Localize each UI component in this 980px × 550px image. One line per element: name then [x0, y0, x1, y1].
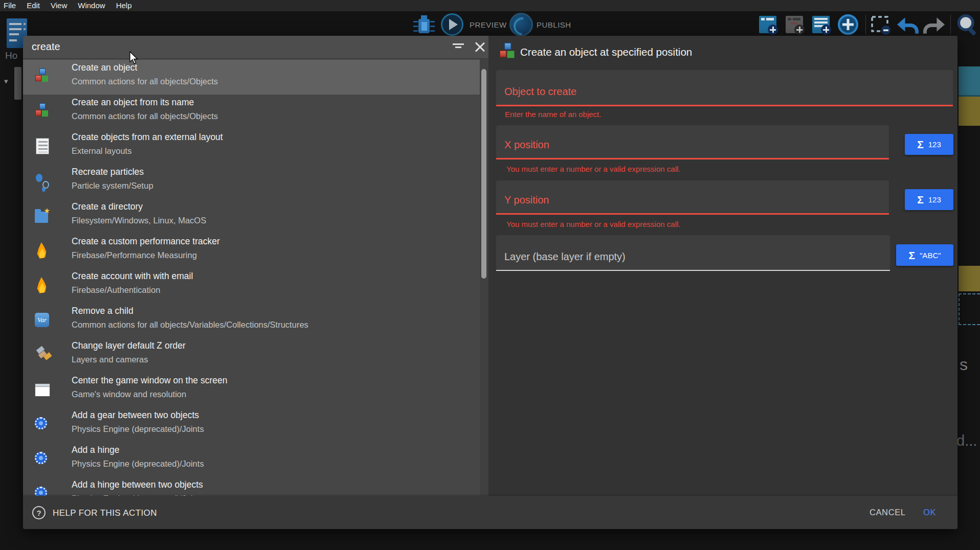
- debug-icon[interactable]: [413, 14, 435, 36]
- background-object-thumbnail: [959, 97, 980, 126]
- window-icon: [35, 383, 50, 397]
- action-title: Add a hinge between two objects: [72, 478, 204, 491]
- expression-type-label: 123: [928, 140, 941, 149]
- action-subtitle: External layouts: [72, 145, 223, 157]
- search-bar[interactable]: create: [23, 36, 488, 59]
- expression-builder-button[interactable]: Σ 123: [905, 134, 953, 155]
- cubes-icon: [35, 103, 50, 120]
- list-item[interactable]: Add a hinge between two objectsPhysics E…: [23, 477, 488, 496]
- list-scrollbar[interactable]: [480, 59, 488, 496]
- field-error-text: Enter the name of an object.: [505, 110, 601, 119]
- field-label: X position: [504, 139, 549, 151]
- action-editor-title: Create an object at specified position: [520, 46, 692, 58]
- menu-item-window[interactable]: Window: [78, 0, 105, 11]
- help-icon[interactable]: ?: [32, 506, 46, 519]
- background-clipped-text: d...: [956, 432, 977, 449]
- action-subtitle: Layers and cameras: [72, 353, 186, 365]
- action-subtitle: Filesystem/Windows, Linux, MacOS: [72, 214, 206, 226]
- list-item[interactable]: Create a directoryFilesystem/Windows, Li…: [23, 199, 488, 234]
- layer-field[interactable]: Layer (base layer if empty): [496, 235, 890, 271]
- publish-globe-icon[interactable]: [509, 13, 533, 36]
- add-subevent-icon[interactable]: [812, 16, 830, 33]
- list-item[interactable]: Create an objectCommon actions for all o…: [23, 60, 488, 95]
- add-comment-icon[interactable]: [786, 16, 803, 33]
- chevron-down-icon[interactable]: ▾: [4, 77, 8, 86]
- action-title: Remove a child: [72, 305, 308, 317]
- menu-item-view[interactable]: View: [51, 0, 67, 11]
- plus-badge-icon: [794, 25, 805, 35]
- close-icon[interactable]: [473, 40, 486, 54]
- expression-type-label: 123: [928, 195, 941, 204]
- undo-icon[interactable]: [895, 15, 919, 36]
- list-item[interactable]: Change layer default Z orderLayers and c…: [23, 338, 488, 373]
- expression-type-label: "ABC": [920, 251, 941, 260]
- action-title: Create an object: [72, 61, 218, 74]
- menu-bar: FileEditViewWindowHelp: [0, 0, 980, 11]
- action-list: Create an objectCommon actions for all o…: [23, 59, 488, 496]
- menu-item-help[interactable]: Help: [116, 0, 132, 11]
- search-icon[interactable]: [955, 13, 978, 37]
- sigma-icon: Σ: [917, 194, 924, 205]
- expression-builder-button[interactable]: Σ 123: [905, 189, 953, 210]
- list-item[interactable]: Add a gear between two objectsPhysics En…: [23, 407, 488, 442]
- preview-play-icon[interactable]: [441, 13, 463, 36]
- add-event-icon[interactable]: [759, 16, 776, 33]
- list-item[interactable]: VarRemove a childCommon actions for all …: [23, 303, 488, 338]
- plus-badge-icon: [821, 25, 831, 35]
- action-title: Add a hinge: [72, 444, 204, 456]
- list-item[interactable]: Create a custom performance trackerFireb…: [23, 234, 488, 268]
- field-label: Object to create: [504, 86, 576, 98]
- ok-button[interactable]: OK: [923, 508, 936, 517]
- expression-builder-button[interactable]: Σ "ABC": [896, 244, 953, 266]
- object-to-create-field[interactable]: Object to create: [496, 70, 953, 106]
- publish-button[interactable]: PUBLISH: [537, 20, 571, 29]
- scrollbar-thumb[interactable]: [481, 69, 486, 279]
- list-item[interactable]: Create an object from its nameCommon act…: [23, 95, 488, 129]
- flame-icon: [35, 277, 50, 293]
- background-object-thumbnail: [959, 66, 980, 97]
- action-title: Create an object from its name: [72, 96, 218, 108]
- action-title: Center the game window on the screen: [72, 374, 227, 386]
- help-button[interactable]: HELP FOR THIS ACTION: [53, 508, 157, 518]
- field-error-text: You must enter a number or a valid expre…: [506, 220, 680, 228]
- preview-button[interactable]: PREVIEW: [470, 20, 507, 29]
- menu-item-file[interactable]: File: [4, 0, 16, 11]
- redo-icon[interactable]: [923, 15, 947, 36]
- gear-icon: [35, 487, 47, 496]
- list-item[interactable]: Create account with with emailFirebase/A…: [23, 268, 488, 303]
- action-subtitle: Common actions for all objects/Variables…: [72, 318, 308, 331]
- toolbar-separator: [950, 15, 951, 34]
- action-subtitle: Physics Engine (deprecated)/Joints: [72, 492, 204, 496]
- action-title: Add a gear between two objects: [72, 409, 204, 421]
- list-item[interactable]: Create objects from an external layoutEx…: [23, 129, 488, 164]
- action-title: Recreate particles: [72, 166, 153, 178]
- remove-event-icon[interactable]: [871, 15, 892, 36]
- list-item[interactable]: Recreate particlesParticle system/Setup: [23, 164, 488, 199]
- menu-item-edit[interactable]: Edit: [27, 0, 40, 11]
- x-position-field[interactable]: X position: [496, 125, 889, 159]
- field-label: Y position: [504, 194, 549, 206]
- sigma-icon: Σ: [908, 250, 915, 261]
- filter-icon[interactable]: [453, 43, 464, 52]
- action-title: Create a directory: [72, 200, 206, 213]
- debug-icon-core: [421, 22, 427, 31]
- cubes-icon: [35, 68, 50, 85]
- plus-badge-icon: [768, 25, 778, 35]
- list-item[interactable]: Center the game window on the screenGame…: [23, 373, 488, 407]
- background-panel-edge: [14, 67, 21, 100]
- action-subtitle: Particle system/Setup: [72, 179, 153, 192]
- action-subtitle: Firebase/Authentication: [72, 284, 193, 296]
- folder-icon: [35, 212, 48, 223]
- home-tab[interactable]: Ho: [5, 50, 17, 61]
- background-selection-outline: [959, 293, 980, 325]
- action-detail-panel: Create an object at specified position O…: [488, 36, 957, 496]
- action-subtitle: Common actions for all objects/Objects: [72, 110, 218, 122]
- add-circle-icon[interactable]: [837, 13, 859, 36]
- cancel-button[interactable]: CANCEL: [870, 508, 906, 517]
- var-icon: Var: [35, 313, 49, 327]
- y-position-field[interactable]: Y position: [496, 180, 889, 215]
- field-error-text: You must enter a number or a valid expre…: [506, 165, 680, 173]
- search-input[interactable]: create: [32, 41, 60, 53]
- field-label: Layer (base layer if empty): [504, 251, 626, 263]
- list-item[interactable]: Add a hingePhysics Engine (deprecated)/J…: [23, 442, 488, 477]
